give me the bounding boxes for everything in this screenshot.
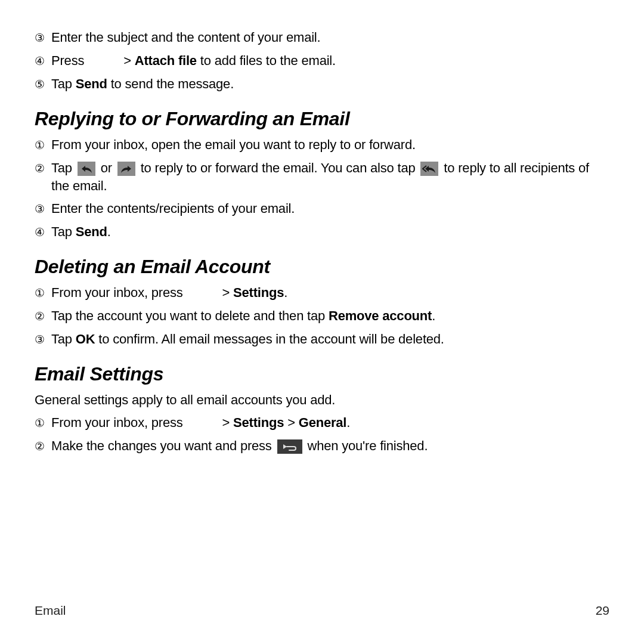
step-text: Enter the subject and the content of you… (51, 29, 609, 47)
step-marker: ③ (35, 200, 51, 218)
step-marker: ② (35, 307, 51, 326)
section-heading: Deleting an Email Account (35, 256, 609, 278)
step: ③Enter the contents/recipients of your e… (35, 200, 609, 218)
step-marker: ① (35, 136, 51, 154)
step: ①From your inbox, open the email you wan… (35, 136, 609, 154)
reply-all-icon (420, 162, 438, 176)
step: ③Tap OK to confirm. All email messages i… (35, 330, 609, 349)
footer-page-number: 29 (596, 603, 609, 618)
section-heading: Email Settings (35, 363, 609, 385)
manual-page: ③Enter the subject and the content of yo… (0, 0, 644, 644)
page-footer: Email 29 (35, 603, 609, 618)
step-marker: ② (35, 159, 51, 178)
step-text: Tap OK to confirm. All email messages in… (51, 330, 609, 348)
step-marker: ③ (35, 29, 51, 47)
step-text: Tap the account you want to delete and t… (51, 307, 609, 325)
section-heading: Replying to or Forwarding an Email (35, 108, 609, 130)
sections: Replying to or Forwarding an Email①From … (35, 108, 609, 456)
continued-steps: ③Enter the subject and the content of yo… (35, 29, 609, 94)
step-text: Press > Attach file to add files to the … (51, 52, 609, 70)
step: ⑤Tap Send to send the message. (35, 75, 609, 94)
step-text: Tap or to reply to or forward the email.… (51, 159, 609, 195)
step-marker: ② (35, 437, 51, 456)
footer-section: Email (35, 603, 66, 618)
step-marker: ① (35, 284, 51, 302)
step: ④Tap Send. (35, 223, 609, 242)
step-marker: ① (35, 414, 51, 432)
step-text: From your inbox, press > Settings. (51, 284, 609, 302)
step-marker: ③ (35, 330, 51, 349)
step: ②Tap the account you want to delete and … (35, 307, 609, 326)
reply-icon (78, 162, 95, 176)
step-text: From your inbox, open the email you want… (51, 136, 609, 154)
step-text: Enter the contents/recipients of your em… (51, 200, 609, 218)
step: ②Make the changes you want and press whe… (35, 437, 609, 456)
step-marker: ⑤ (35, 75, 51, 94)
step: ④Press > Attach file to add files to the… (35, 52, 609, 70)
step-text: From your inbox, press > Settings > Gene… (51, 414, 609, 432)
section-intro: General settings apply to all email acco… (35, 391, 609, 409)
step-marker: ④ (35, 52, 51, 70)
step-marker: ④ (35, 223, 51, 242)
step: ②Tap or to reply to or forward the email… (35, 159, 609, 195)
forward-icon (117, 162, 135, 176)
step-text: Tap Send. (51, 223, 609, 241)
step: ①From your inbox, press > Settings. (35, 284, 609, 302)
step-text: Make the changes you want and press when… (51, 437, 609, 455)
step-text: Tap Send to send the message. (51, 75, 609, 93)
back-icon (277, 439, 302, 454)
step: ③Enter the subject and the content of yo… (35, 29, 609, 47)
step: ①From your inbox, press > Settings > Gen… (35, 414, 609, 432)
